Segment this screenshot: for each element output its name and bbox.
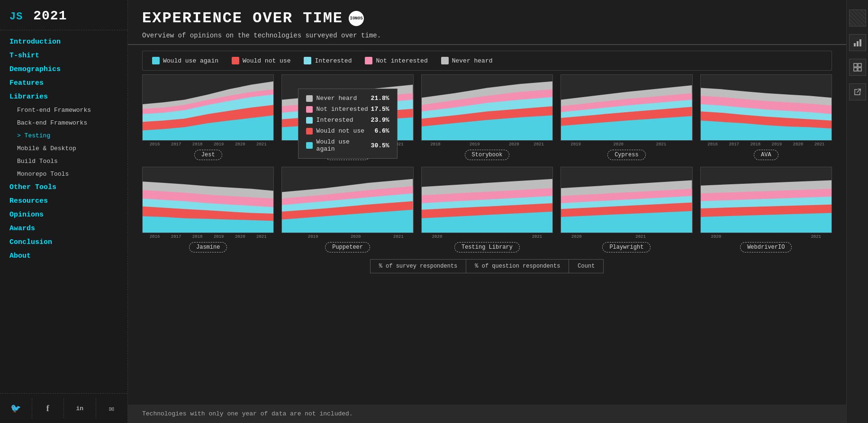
tooltip-value-never: 21.8% (371, 95, 389, 102)
facebook-link[interactable]: f (32, 398, 64, 418)
legend-label: Not interested (376, 57, 427, 64)
nav-item-buildtools[interactable]: Build Tools (0, 155, 127, 168)
chart-testing-library-label: Testing Library (454, 242, 520, 252)
email-link[interactable]: ✉ (96, 398, 128, 418)
svg-rect-54 (858, 63, 861, 67)
nav-item-features[interactable]: Features (0, 76, 127, 90)
nav-item-opinions[interactable]: Opinions (0, 208, 127, 222)
chart-playwright: 20202021 Playwright (561, 167, 692, 252)
chart-storybook-label: Storybook (465, 150, 510, 160)
tooltip-swatch-wouldnotuse (306, 128, 313, 135)
chart-webdriverio: 20202021 WebdriverIO (700, 167, 832, 252)
legend-label: Would use again (163, 57, 218, 64)
chart-playwright-box (561, 167, 692, 233)
chart-jasmine-label: Jasmine (189, 242, 227, 252)
charts-row-2: 201620172018201920202021 Jasmine 2019 (142, 167, 832, 252)
tooltip-label-never: Never heard (316, 95, 371, 102)
logo-year: 2021 (33, 9, 67, 23)
chart-ava: 201620172018201920202021 AVA (700, 74, 832, 160)
chart-jest-box (142, 74, 274, 141)
nav-item-frontend[interactable]: Front-end Frameworks (0, 104, 127, 117)
chart-jest-years: 201620172018201920202021 (142, 142, 274, 147)
footnote-bar: Technologies with only one year of data … (128, 405, 846, 423)
chart-storybook-box (421, 74, 553, 141)
linkedin-link[interactable]: in (64, 398, 96, 418)
legend-label: Would not use (243, 57, 290, 64)
tooltip-swatch-interested (306, 117, 313, 124)
tooltip-label-interested: Interested (316, 117, 371, 124)
charts-row-1: 201620172018201920202021 Jest (142, 74, 832, 160)
chart-jasmine-box (142, 167, 274, 233)
social-bar: 🐦 f in ✉ (0, 393, 127, 423)
page-title: EXPERIENCE OVER TIME (142, 9, 343, 27)
sidebar: JS 2021 IntroductionT-shirtDemographicsF… (0, 0, 128, 423)
tooltip-popup: Never heard 21.8% Not interested 17.5% I… (298, 89, 398, 159)
chart-jasmine-years: 201620172018201920202021 (142, 234, 274, 239)
chart-puppeteer-row2-label: Puppeteer (325, 242, 370, 252)
nav-item-libraries[interactable]: Libraries (0, 90, 127, 104)
tooltip-label-notinterested: Not interested (316, 106, 371, 113)
chart-ava-years: 201620172018201920202021 (700, 142, 832, 147)
nav-item-conclusion[interactable]: Conclusion (0, 235, 127, 249)
tooltip-label-wouldnotuse: Would not use (316, 127, 375, 135)
nav-item-monorepo[interactable]: Monorepo Tools (0, 168, 127, 180)
nav-item-mobile[interactable]: Mobile & Desktop (0, 142, 127, 155)
chart-playwright-label: Playwright (602, 242, 651, 252)
btn-survey-respondents[interactable]: % of survey respondents (370, 259, 467, 273)
nav-item-tshirt[interactable]: T-shirt (0, 49, 127, 63)
chart-jasmine: 201620172018201920202021 Jasmine (142, 167, 274, 252)
nav-item-backend[interactable]: Back-end Frameworks (0, 117, 127, 129)
legend-swatch (232, 57, 239, 64)
legend-item: Would not use (232, 57, 290, 64)
nav-item-othertools[interactable]: Other Tools (0, 180, 127, 194)
logo-icon: JS (9, 11, 23, 23)
tooltip-row-never: Never heard 21.8% (306, 95, 389, 102)
svg-rect-56 (858, 68, 861, 71)
footnote-text: Technologies with only one year of data … (142, 410, 353, 417)
chart-cypress: 201920202021 Cypress (561, 74, 692, 160)
nav-item-awards[interactable]: Awards (0, 222, 127, 235)
legend-swatch (304, 57, 311, 64)
legend-label: Interested (315, 57, 352, 64)
nav-item-about[interactable]: About (0, 249, 127, 263)
chart-webdriverio-years: 20202021 (700, 234, 832, 239)
legend-item: Never heard (441, 57, 493, 64)
chart-puppeteer-row2-box (281, 167, 413, 233)
nav-item-demographics[interactable]: Demographics (0, 63, 127, 76)
tooltip-label-woulduseagain: Would use again (316, 138, 371, 153)
chart-webdriverio-label: WebdriverIO (740, 242, 792, 252)
chart-puppeteer-row2: 201920202021 Puppeteer (281, 167, 413, 252)
chart-testinglibrary-years: 20202021 (421, 234, 553, 239)
logo: JS 2021 (9, 9, 118, 23)
external-link-icon[interactable] (849, 83, 866, 100)
nav-item-introduction[interactable]: Introduction (0, 35, 127, 49)
svg-rect-53 (854, 63, 857, 67)
tooltip-row-woulduseagain: Would use again 30.5% (306, 138, 389, 153)
main-content: EXPERIENCE OVER TIME IONOS Overview of o… (128, 0, 846, 423)
nav-item-testing[interactable]: > Testing (0, 129, 127, 142)
btn-count[interactable]: Count (569, 259, 604, 273)
chart-ava-label: AVA (754, 150, 778, 160)
right-panel (846, 0, 868, 423)
legend-bar: Would use againWould not useInterestedNo… (142, 51, 832, 71)
twitter-link[interactable]: 🐦 (0, 398, 32, 418)
chart-jest: 201620172018201920202021 Jest (142, 74, 274, 160)
charts-area: 201620172018201920202021 Jest (128, 74, 846, 405)
chart-playwright-years: 20202021 (561, 234, 692, 239)
btn-question-respondents[interactable]: % of question respondents (466, 259, 569, 273)
page-header: EXPERIENCE OVER TIME IONOS Overview of o… (128, 0, 846, 45)
chart-puppeteer2-years: 201920202021 (281, 234, 413, 239)
tooltip-value-notinterested: 17.5% (371, 106, 389, 113)
svg-rect-52 (859, 39, 861, 46)
chart-cypress-label: Cypress (607, 150, 645, 160)
panel-icon-striped (849, 9, 866, 27)
bar-chart-icon[interactable] (849, 34, 866, 51)
chart-testing-library: 20202021 Testing Library (421, 167, 553, 252)
grid-icon[interactable] (849, 59, 866, 76)
nav-item-resources[interactable]: Resources (0, 194, 127, 208)
legend-swatch (152, 57, 160, 64)
tooltip-swatch-woulduseagain (306, 142, 313, 149)
svg-rect-51 (857, 41, 859, 46)
legend-swatch (365, 57, 372, 64)
subtitle: Overview of opinions on the technologies… (142, 32, 832, 39)
